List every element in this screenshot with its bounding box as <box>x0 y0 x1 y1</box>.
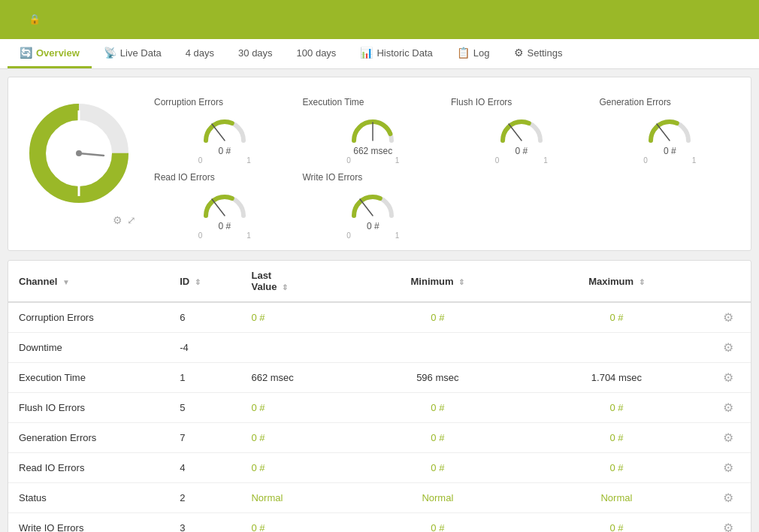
gauge-read-io: Read IO Errors 0 # 01 <box>154 172 295 240</box>
gauge-corruption-errors: Corruption Errors 0 # 01 <box>154 97 295 165</box>
tab-live-data-label: Live Data <box>120 47 162 59</box>
cell-max-4: 0 # <box>527 423 706 453</box>
cell-action-7[interactable]: ⚙ <box>706 513 751 533</box>
cell-min-1 <box>348 333 527 363</box>
row-gear-icon-0[interactable]: ⚙ <box>723 311 733 324</box>
row-gear-icon-4[interactable]: ⚙ <box>723 431 733 444</box>
cell-channel-2: Execution Time <box>8 363 169 393</box>
cell-lastval-6: Normal <box>240 483 348 513</box>
row-gear-icon-1[interactable]: ⚙ <box>723 341 733 354</box>
svg-line-11 <box>212 199 225 216</box>
cell-min-2: 596 msec <box>348 363 527 393</box>
gauge-corruption-label: Corruption Errors <box>154 97 223 107</box>
tab-overview[interactable]: 🔄 Overview <box>8 39 92 68</box>
cell-max-7: 0 # <box>527 513 706 533</box>
cell-channel-3: Flush IO Errors <box>8 393 169 423</box>
cell-channel-0: Corruption Errors <box>8 302 169 333</box>
table-header-row: Channel ▼ ID ⇕ LastValue ⇕ Minimum ⇕ Max… <box>8 261 751 302</box>
cell-lastval-3: 0 # <box>240 393 348 423</box>
donut-gear-icon[interactable]: ⚙ <box>113 214 122 226</box>
cell-lastval-2: 662 msec <box>240 363 348 393</box>
cell-max-1 <box>527 333 706 363</box>
gauge-flush-value: 0 # <box>515 146 528 156</box>
tab-4days-label: 4 days <box>186 47 214 59</box>
col-header-minimum[interactable]: Minimum ⇕ <box>348 261 527 302</box>
gauge-flush-io: Flush IO Errors 0 # 01 <box>451 97 592 165</box>
svg-line-7 <box>212 124 225 141</box>
channels-table: Channel ▼ ID ⇕ LastValue ⇕ Minimum ⇕ Max… <box>8 261 751 532</box>
tab-log[interactable]: 📋 Log <box>445 39 502 68</box>
svg-line-9 <box>509 124 522 141</box>
gauge-read-value: 0 # <box>218 221 231 231</box>
channel-sort-icon: ▼ <box>62 278 70 286</box>
lastval-sort-icon: ⇕ <box>282 283 288 292</box>
svg-line-12 <box>360 199 373 216</box>
row-gear-icon-2[interactable]: ⚙ <box>723 371 733 384</box>
tab-4days[interactable]: 4 days <box>174 39 226 68</box>
tab-30days-label: 30 days <box>238 47 273 59</box>
cell-action-1[interactable]: ⚙ <box>706 333 751 363</box>
cell-lastval-7: 0 # <box>240 513 348 533</box>
cell-channel-5: Read IO Errors <box>8 453 169 483</box>
gauge-corruption-value: 0 # <box>218 146 231 156</box>
gauge-write-io: Write IO Errors 0 # 01 <box>303 172 444 240</box>
svg-line-10 <box>657 124 670 141</box>
col-header-lastval[interactable]: LastValue ⇕ <box>240 261 348 302</box>
table-row: Flush IO Errors 5 0 # 0 # 0 # ⚙ <box>8 393 751 423</box>
tab-historic-data[interactable]: 📊 Historic Data <box>348 39 444 68</box>
cell-action-6[interactable]: ⚙ <box>706 483 751 513</box>
status-panel: ⚙ ⤢ Corruption Errors 0 # <box>8 77 751 251</box>
cell-action-3[interactable]: ⚙ <box>706 393 751 423</box>
gauges-grid: Corruption Errors 0 # 01 Execution Time <box>154 97 740 240</box>
col-header-id[interactable]: ID ⇕ <box>169 261 240 302</box>
cell-lastval-1 <box>240 333 348 363</box>
donut-expand-icon[interactable]: ⤢ <box>127 214 136 226</box>
cell-max-6: Normal <box>527 483 706 513</box>
cell-min-4: 0 # <box>348 423 527 453</box>
cell-id-0: 6 <box>169 302 240 333</box>
gauge-generation-value: 0 # <box>664 146 676 156</box>
gauge-execution-time: Execution Time 662 msec 01 <box>303 97 444 165</box>
gauge-read-label: Read IO Errors <box>154 172 215 183</box>
tab-historic-label: Historic Data <box>376 47 432 59</box>
cell-lastval-5: 0 # <box>240 453 348 483</box>
overview-icon: 🔄 <box>20 47 32 59</box>
cell-min-5: 0 # <box>348 453 527 483</box>
gauge-execution-scale: 01 <box>346 156 399 165</box>
tab-30days[interactable]: 30 days <box>226 39 285 68</box>
gauge-write-scale: 01 <box>346 231 399 240</box>
data-table-section: Channel ▼ ID ⇕ LastValue ⇕ Minimum ⇕ Max… <box>8 260 751 532</box>
gauge-corruption-scale: 01 <box>198 156 251 165</box>
cell-id-2: 1 <box>169 363 240 393</box>
tab-log-label: Log <box>473 47 490 59</box>
row-gear-icon-5[interactable]: ⚙ <box>723 461 733 474</box>
tab-live-data[interactable]: 📡 Live Data <box>92 39 174 68</box>
col-header-maximum[interactable]: Maximum ⇕ <box>527 261 706 302</box>
cell-action-2[interactable]: ⚙ <box>706 363 751 393</box>
cell-min-0: 0 # <box>348 302 527 333</box>
donut-chart <box>23 97 135 210</box>
cell-action-4[interactable]: ⚙ <box>706 423 751 453</box>
row-gear-icon-6[interactable]: ⚙ <box>723 491 733 504</box>
cell-action-0[interactable]: ⚙ <box>706 302 751 333</box>
row-gear-icon-3[interactable]: ⚙ <box>723 401 733 414</box>
donut-chart-container: ⚙ ⤢ <box>19 97 139 228</box>
min-sort-icon: ⇕ <box>458 278 464 286</box>
gauge-read-scale: 01 <box>198 231 251 240</box>
cell-channel-7: Write IO Errors <box>8 513 169 533</box>
tab-settings[interactable]: ⚙ Settings <box>502 39 575 68</box>
cell-channel-6: Status <box>8 483 169 513</box>
cell-min-7: 0 # <box>348 513 527 533</box>
cell-lastval-4: 0 # <box>240 423 348 453</box>
gauge-execution-value: 662 msec <box>353 146 392 156</box>
gauge-execution-label: Execution Time <box>303 97 364 107</box>
row-gear-icon-7[interactable]: ⚙ <box>723 521 733 532</box>
cell-action-5[interactable]: ⚙ <box>706 453 751 483</box>
col-header-channel[interactable]: Channel ▼ <box>8 261 169 302</box>
tab-100days[interactable]: 100 days <box>285 39 349 68</box>
cell-max-5: 0 # <box>527 453 706 483</box>
cell-id-7: 3 <box>169 513 240 533</box>
cell-id-1: -4 <box>169 333 240 363</box>
tab-overview-label: Overview <box>36 47 80 59</box>
gauge-generation-scale: 01 <box>643 156 696 165</box>
